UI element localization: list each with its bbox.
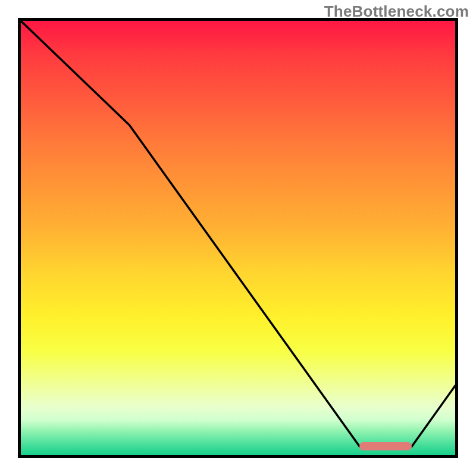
curve-svg bbox=[21, 21, 455, 455]
chart-stage: TheBottleneck.com bbox=[0, 0, 476, 476]
optimal-marker bbox=[359, 442, 412, 450]
plot-frame bbox=[18, 18, 458, 458]
bottleneck-curve bbox=[21, 21, 455, 446]
watermark-label: TheBottleneck.com bbox=[324, 2, 469, 21]
